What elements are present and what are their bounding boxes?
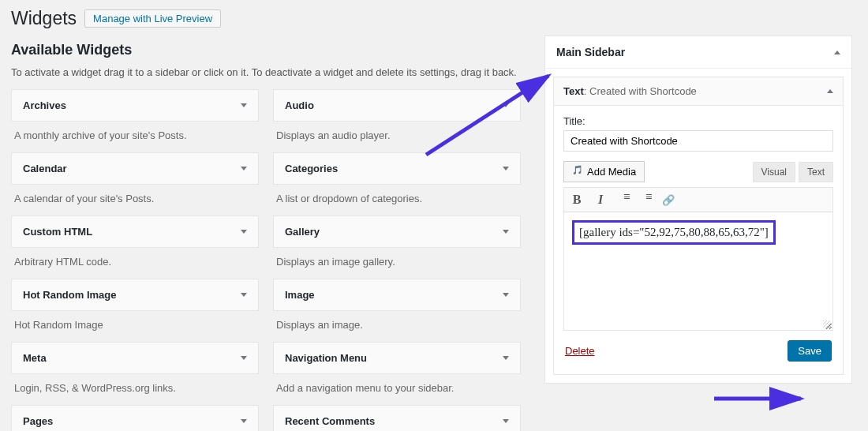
italic-button[interactable]: I	[594, 193, 607, 207]
sidebar-area-header[interactable]: Main Sidebar	[545, 36, 851, 69]
available-widget-name: Navigation Menu	[285, 352, 367, 364]
shortcode-text: [gallery ids="52,92,75,80,88,65,63,72"]	[572, 220, 776, 245]
available-widget: ArchivesA monthly archive of your site's…	[11, 89, 259, 152]
available-widget-desc: Displays an image gallery.	[273, 248, 521, 279]
chevron-down-icon	[241, 356, 247, 360]
available-widget: Custom HTMLArbitrary HTML code.	[11, 216, 259, 279]
available-widget-name: Hot Random Image	[23, 289, 116, 301]
link-button[interactable]	[662, 193, 675, 207]
number-list-button[interactable]	[640, 193, 651, 204]
chevron-down-icon	[241, 103, 247, 107]
available-widget: Pages	[11, 405, 259, 431]
delete-link[interactable]: Delete	[565, 345, 595, 357]
content-editor[interactable]: [gallery ids="52,92,75,80,88,65,63,72"]	[563, 212, 833, 331]
available-widget-name: Pages	[23, 415, 53, 427]
available-widgets-hint: To activate a widget drag it to a sideba…	[11, 66, 521, 78]
tab-visual[interactable]: Visual	[753, 162, 795, 182]
available-widget-desc: Displays an image.	[273, 311, 521, 342]
available-widget-name: Audio	[285, 99, 314, 111]
chevron-down-icon	[503, 356, 509, 360]
chevron-down-icon	[503, 419, 509, 423]
available-widget: ImageDisplays an image.	[273, 279, 521, 342]
title-field-label: Title:	[563, 115, 833, 127]
available-widget-header[interactable]: Gallery	[273, 216, 521, 248]
available-widget: MetaLogin, RSS, & WordPress.org links.	[11, 342, 259, 405]
chevron-down-icon	[503, 230, 509, 234]
chevron-up-icon	[834, 51, 840, 54]
save-button[interactable]: Save	[788, 340, 832, 362]
page-title: Widgets	[11, 8, 77, 29]
available-widget: AudioDisplays an audio player.	[273, 89, 521, 152]
available-widget-header[interactable]: Pages	[11, 405, 259, 431]
available-widget: GalleryDisplays an image gallery.	[273, 216, 521, 279]
available-widget-header[interactable]: Audio	[273, 89, 521, 122]
available-widget-header[interactable]: Archives	[11, 89, 259, 122]
chevron-down-icon	[503, 103, 509, 107]
title-input[interactable]	[563, 130, 833, 152]
tab-text[interactable]: Text	[799, 162, 833, 182]
available-widget-desc: Login, RSS, & WordPress.org links.	[11, 374, 259, 405]
available-widget-name: Recent Comments	[285, 415, 375, 427]
chevron-down-icon	[503, 167, 509, 171]
available-widget-desc: Add a navigation menu to your sidebar.	[273, 374, 521, 405]
available-widget-name: Archives	[23, 99, 66, 111]
widget-text-header[interactable]: Text: Created with Shortcode	[553, 77, 844, 106]
widget-instance-name: Created with Shortcode	[589, 85, 697, 97]
available-widget-desc: Arbitrary HTML code.	[11, 248, 259, 279]
bullet-list-button[interactable]	[618, 193, 629, 204]
available-widget: CalendarA calendar of your site's Posts.	[11, 152, 259, 216]
available-widget-header[interactable]: Hot Random Image	[11, 279, 259, 311]
chevron-down-icon	[503, 293, 509, 297]
available-widget-desc: A list or dropdown of categories.	[273, 185, 521, 216]
available-widget-header[interactable]: Custom HTML	[11, 216, 259, 248]
available-widget-name: Gallery	[285, 226, 320, 238]
available-widget-header[interactable]: Recent Comments	[273, 405, 521, 431]
available-widget-name: Image	[285, 289, 315, 301]
available-widget-header[interactable]: Image	[273, 279, 521, 311]
live-preview-button[interactable]: Manage with Live Preview	[84, 9, 221, 28]
resize-handle-icon[interactable]	[823, 320, 831, 328]
available-widget-name: Custom HTML	[23, 226, 92, 238]
sidebar-area-title: Main Sidebar	[556, 46, 625, 58]
available-widget: Navigation MenuAdd a navigation menu to …	[273, 342, 521, 405]
available-widget-header[interactable]: Navigation Menu	[273, 342, 521, 374]
bold-button[interactable]: B	[571, 193, 583, 207]
widget-type-label: Text	[563, 85, 584, 97]
chevron-down-icon	[241, 230, 247, 234]
available-widget-desc: Displays an audio player.	[273, 122, 521, 152]
available-widget: Recent Comments	[273, 405, 521, 431]
widget-type-separator: :	[584, 85, 589, 97]
editor-toolbar: B I	[563, 187, 833, 212]
available-widget: Hot Random ImageHot Random Image	[11, 279, 259, 342]
available-widget-header[interactable]: Meta	[11, 342, 259, 374]
add-media-button[interactable]: Add Media	[563, 161, 645, 182]
available-widget-desc: A monthly archive of your site's Posts.	[11, 122, 259, 152]
chevron-up-icon	[827, 89, 833, 93]
available-widget-name: Calendar	[23, 163, 67, 174]
available-widget-desc: A calendar of your site's Posts.	[11, 185, 259, 216]
chevron-down-icon	[241, 419, 247, 423]
available-widget-header[interactable]: Calendar	[11, 152, 259, 185]
available-widget-desc: Hot Random Image	[11, 311, 259, 342]
chevron-down-icon	[241, 293, 247, 297]
add-media-label: Add Media	[587, 166, 636, 178]
available-widget-name: Categories	[285, 163, 338, 174]
available-widget-name: Meta	[23, 352, 47, 364]
media-icon	[572, 167, 583, 178]
chevron-down-icon	[241, 167, 247, 171]
available-widgets-heading: Available Widgets	[11, 42, 521, 58]
available-widget-header[interactable]: Categories	[273, 152, 521, 185]
available-widget: CategoriesA list or dropdown of categori…	[273, 152, 521, 216]
